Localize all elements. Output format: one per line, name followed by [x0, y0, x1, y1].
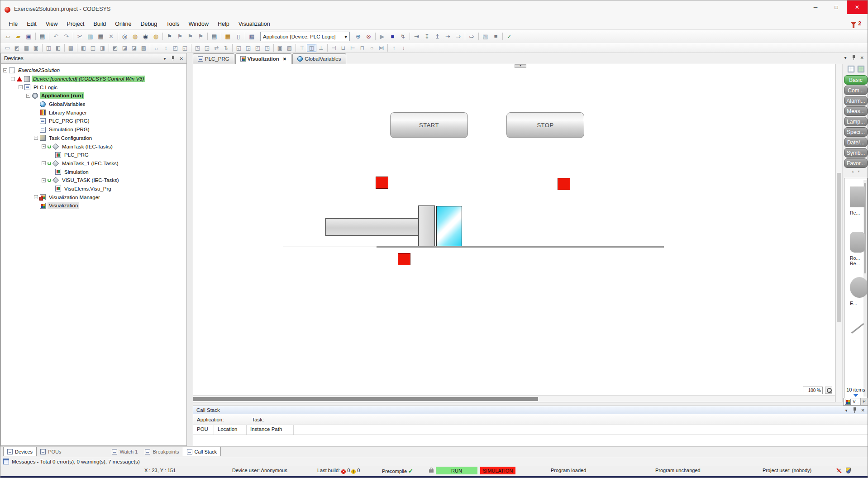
- tree-item-application-run[interactable]: −Application [run]: [1, 91, 186, 100]
- tree-item-plc-logic[interactable]: −PLC Logic: [1, 83, 186, 91]
- active-application-combo[interactable]: Application [Device: PLC Logic]▾: [260, 32, 350, 41]
- size-to-grid-icon[interactable]: ◱: [180, 44, 190, 52]
- paste-icon[interactable]: ▦: [95, 32, 106, 41]
- refactoring-icon[interactable]: ▩: [247, 32, 257, 41]
- tab-close-icon[interactable]: ✕: [283, 57, 286, 62]
- distribute-horizontally-icon[interactable]: ◳: [193, 44, 202, 52]
- hotkeys-configuration-icon[interactable]: ◧: [53, 44, 63, 52]
- tree-expander[interactable]: −: [26, 94, 30, 98]
- move-down-icon[interactable]: ↓: [399, 44, 408, 52]
- layout-bottom-icon[interactable]: ⊥: [316, 44, 326, 52]
- grid-tool-icon[interactable]: ▦: [22, 44, 31, 52]
- multiply-element-icon[interactable]: ⋈: [377, 44, 386, 52]
- callstack-menu-icon[interactable]: ▾: [845, 408, 848, 413]
- space-down-icon[interactable]: ⇅: [221, 44, 231, 52]
- tree-item-visualization[interactable]: Visualization: [1, 201, 186, 210]
- messages-view-icon[interactable]: ▤: [209, 32, 219, 41]
- stop-icon[interactable]: ■: [387, 32, 398, 41]
- start-button[interactable]: START: [390, 112, 468, 138]
- tree-item-library-manager[interactable]: Library Manager: [1, 108, 186, 117]
- toggle-bookmark-icon[interactable]: ⚑: [164, 32, 175, 41]
- align-left-icon[interactable]: ◧: [79, 44, 88, 52]
- undo-icon[interactable]: ↶: [51, 32, 61, 41]
- toolbox-item-round[interactable]: [850, 232, 865, 253]
- canvas-horizontal-scrollbar[interactable]: [193, 395, 835, 402]
- toolbox-page-icon-2[interactable]: [858, 66, 864, 72]
- step-out-icon[interactable]: ↥: [432, 32, 443, 41]
- toolbox-item-ellipse[interactable]: [850, 277, 868, 298]
- tree-item-visualization-manager[interactable]: +Visualization Manager: [1, 193, 186, 201]
- align-middle-icon[interactable]: ◪: [120, 44, 129, 52]
- logout-icon[interactable]: ⊗: [363, 32, 374, 41]
- message-bar[interactable]: Messages - Total 0 error(s), 0 warning(s…: [0, 457, 868, 466]
- find-icon[interactable]: ◎: [119, 32, 130, 41]
- distribute-vertically-icon[interactable]: ◲: [202, 44, 212, 52]
- menu-build[interactable]: Build: [89, 19, 110, 29]
- column-header-location[interactable]: Location: [214, 425, 247, 435]
- toolbox-expand-caret[interactable]: [853, 394, 858, 397]
- toolbox-category-basic[interactable]: Basic: [844, 75, 868, 85]
- tree-item-maintask-iec-tasks[interactable]: −MainTask (IEC-Tasks): [1, 142, 186, 151]
- login-icon[interactable]: ⊕: [353, 32, 363, 41]
- tree-item-exercise2solution[interactable]: −Exercise2Solution: [1, 66, 186, 75]
- find-in-project-icon[interactable]: ◉: [140, 32, 151, 41]
- tree-expander[interactable]: −: [42, 144, 46, 148]
- menu-debug[interactable]: Debug: [136, 19, 162, 29]
- panel-tab-watch-1[interactable]: Watch 1: [108, 447, 141, 456]
- minimize-button[interactable]: ─: [805, 0, 826, 14]
- redo-icon[interactable]: ↷: [61, 32, 72, 41]
- previous-bookmark-icon[interactable]: ⚑: [175, 32, 185, 41]
- combo-dropdown-icon[interactable]: ▾: [344, 33, 347, 40]
- move-up-icon[interactable]: ↑: [389, 44, 399, 52]
- maximize-button[interactable]: □: [826, 0, 847, 14]
- simulation-mode-icon[interactable]: ≡: [491, 32, 501, 41]
- bring-forward-icon[interactable]: ◱: [234, 44, 243, 52]
- menu-visualization[interactable]: Visualization: [234, 19, 275, 29]
- panel-tab-pous[interactable]: POUs: [37, 447, 65, 456]
- start-icon[interactable]: ▶: [377, 32, 387, 41]
- toolbox-close-icon[interactable]: ✕: [860, 55, 864, 60]
- save-project-icon[interactable]: ▣: [24, 32, 34, 41]
- toolbox-category-lamp[interactable]: Lamp...: [844, 117, 868, 126]
- build-check-icon[interactable]: ✓: [504, 32, 515, 41]
- send-backward-icon[interactable]: ◲: [243, 44, 253, 52]
- open-project-icon[interactable]: ▰: [13, 32, 24, 41]
- bring-to-front-icon[interactable]: ◰: [253, 44, 262, 52]
- make-same-width-icon[interactable]: ↔: [152, 44, 161, 52]
- callstack-pin-icon[interactable]: [852, 407, 857, 413]
- magnifier-icon[interactable]: [825, 387, 832, 394]
- new-object-icon[interactable]: ▦: [223, 32, 233, 41]
- set-next-statement-icon[interactable]: ⇒: [453, 32, 463, 41]
- column-header-pou[interactable]: POU: [193, 425, 214, 435]
- tree-item-simulation[interactable]: Simulation: [1, 167, 186, 176]
- tree-item-maintask-1-iec-tasks[interactable]: −MainTask_1 (IEC-Tasks): [1, 159, 186, 168]
- menu-online[interactable]: Online: [110, 19, 136, 29]
- toolbox-category-meas[interactable]: Meas...: [844, 106, 868, 116]
- ungroup-icon[interactable]: ▨: [285, 44, 294, 52]
- delete-icon[interactable]: ✕: [106, 32, 116, 41]
- menu-tools[interactable]: Tools: [162, 19, 184, 29]
- tab-visualization[interactable]: Visualization✕: [235, 53, 291, 64]
- menu-window[interactable]: Window: [184, 19, 213, 29]
- tree-expander[interactable]: −: [34, 136, 38, 140]
- select-tool-icon[interactable]: ▭: [3, 44, 12, 52]
- pin-icon[interactable]: [171, 56, 175, 62]
- align-right-icon[interactable]: ◨: [98, 44, 107, 52]
- make-same-height-icon[interactable]: ↕: [161, 44, 171, 52]
- anchor-none-icon[interactable]: ○: [367, 44, 377, 52]
- canvas-vertical-scrollbar[interactable]: [835, 64, 843, 402]
- toolbox-category-date[interactable]: Date/...: [844, 138, 868, 147]
- next-bookmark-icon[interactable]: ⚑: [185, 32, 196, 41]
- notification-filter[interactable]: 2: [850, 20, 861, 27]
- make-same-size-icon[interactable]: ◰: [171, 44, 180, 52]
- group-icon[interactable]: ▣: [275, 44, 285, 52]
- anchor-top-icon[interactable]: ⊓: [358, 44, 367, 52]
- panel-tab-devices[interactable]: Devices: [3, 447, 37, 456]
- tree-item-plc-prg[interactable]: PLC_PRG: [1, 151, 186, 159]
- edit-object-icon[interactable]: ▯: [233, 32, 243, 41]
- tab-plc_prg[interactable]: PLC_PRG: [193, 53, 234, 64]
- close-button[interactable]: ✕: [847, 0, 868, 14]
- toolbox-item-rect[interactable]: [850, 186, 865, 207]
- tree-expander[interactable]: +: [34, 195, 38, 199]
- toolbox-pin-icon[interactable]: [851, 55, 856, 61]
